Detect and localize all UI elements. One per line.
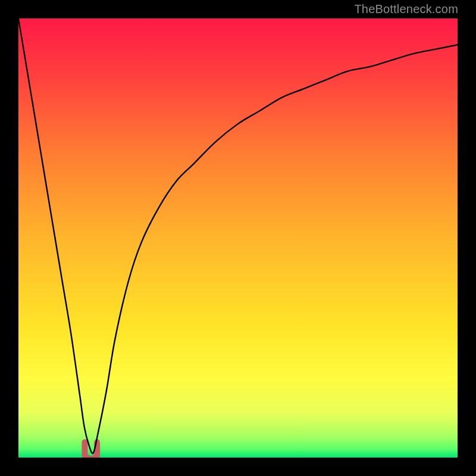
curve-layer — [18, 18, 458, 458]
plot-area — [18, 18, 458, 458]
bottleneck-curve — [18, 18, 458, 453]
watermark-text: TheBottleneck.com — [354, 0, 458, 18]
chart-frame: TheBottleneck.com — [0, 0, 476, 476]
